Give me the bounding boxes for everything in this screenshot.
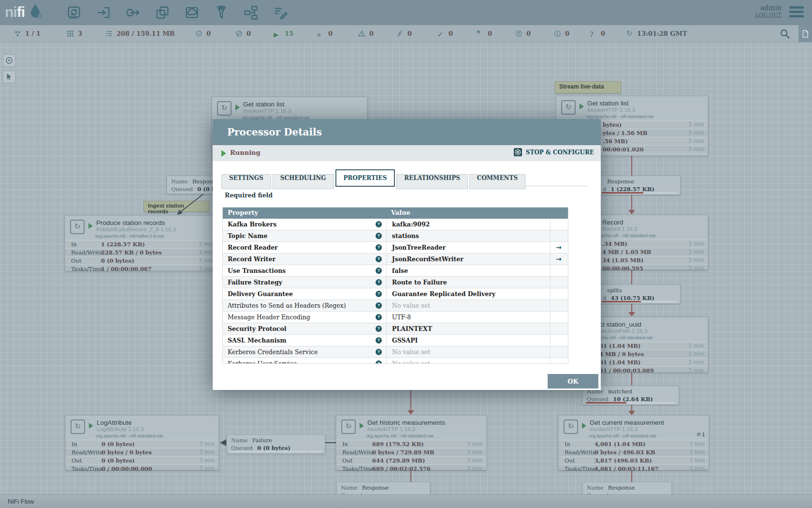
processor-chip-icon: ↻: [564, 419, 578, 434]
property-help-icon[interactable]: ?: [376, 221, 382, 227]
remote-process-group-toolbar-icon[interactable]: [184, 5, 200, 20]
stat-window: 5 min: [467, 449, 482, 455]
processor-name: Get station list: [243, 101, 285, 108]
property-help-icon[interactable]: ?: [376, 360, 382, 364]
property-help-icon[interactable]: ?: [376, 256, 382, 262]
ok-button[interactable]: OK: [548, 374, 598, 388]
property-help-icon[interactable]: ?: [376, 349, 382, 355]
stat-window: 5 min: [688, 240, 704, 247]
processor-bundle: org.apache.nifi - nifi-kafka-2-6-nar: [95, 233, 164, 239]
nav-cell: →: [550, 254, 568, 265]
property-help-icon[interactable]: ?: [376, 268, 382, 274]
connection-label-failure[interactable]: NameFailureQueued0 (0 bytes): [227, 434, 325, 454]
run-status-icon: [235, 105, 240, 110]
name-value: splits: [607, 287, 622, 294]
go-to-service-arrow-icon[interactable]: →: [556, 255, 562, 263]
canvas-label-stream-live-data[interactable]: Stream live-data: [555, 81, 621, 93]
tab-settings[interactable]: SETTINGS: [221, 174, 271, 189]
processor-name: Get station list: [587, 100, 629, 107]
property-row: Kerberos Credentials Service?No value se…: [223, 346, 568, 358]
stat-window: 5 min: [199, 249, 214, 255]
processor-bundle: ache.nifi - nifi-standard-nar: [601, 233, 656, 238]
processor-chip-icon: ↻: [561, 100, 576, 115]
processor-get-historic-measurements[interactable]: ↻Get historic measurementsInvokeHTTP 1.1…: [336, 415, 487, 470]
queue-size-track: [230, 451, 322, 452]
stat-window: 5 min: [688, 359, 704, 365]
processor-chip-icon: ↻: [341, 419, 356, 434]
connection-label-response-right[interactable]: Responsed1 (228.57 KB): [598, 176, 681, 195]
stat-row: Tasks/Time0 / 00:00:00.0005 min: [66, 464, 218, 473]
operate-palette-button[interactable]: [3, 71, 15, 83]
process-group-toolbar-icon[interactable]: [155, 5, 170, 20]
property-help-icon[interactable]: ?: [376, 337, 382, 344]
property-cell: Kerberos Credentials Service?: [223, 346, 387, 358]
property-row: Failure Strategy?Route to Failure: [223, 277, 568, 288]
output-port-toolbar-icon[interactable]: [125, 5, 141, 20]
tab-comments[interactable]: COMMENTS: [469, 174, 525, 189]
nav-cell: [550, 358, 568, 364]
name-label: Name: [341, 484, 358, 491]
property-help-icon[interactable]: ?: [376, 279, 382, 285]
template-toolbar-icon[interactable]: [243, 5, 259, 20]
property-value: JsonTreeReader: [392, 244, 446, 251]
label-toolbar-icon[interactable]: [273, 5, 288, 20]
property-cell: Kafka Brokers?: [223, 219, 387, 230]
value-cell: JsonTreeReader: [386, 242, 551, 253]
stat-label: Tasks/Time: [71, 266, 102, 272]
global-menu-button[interactable]: [789, 6, 804, 18]
navigate-palette-button[interactable]: [3, 54, 15, 67]
property-help-icon[interactable]: ?: [376, 302, 382, 309]
queued-label: d: [603, 186, 606, 193]
tab-relationships[interactable]: RELATIONSHIPS: [396, 174, 467, 189]
status-locally-modified-stale-count: 0: [565, 30, 569, 37]
queued-label: Queued: [587, 396, 609, 403]
stat-value: ytes / 1.56 MB: [603, 130, 647, 136]
cluster-icon: [14, 30, 21, 39]
refresh-icon[interactable]: ↻: [626, 30, 633, 37]
logout-link[interactable]: LOG OUT: [755, 12, 782, 18]
queued-value: 0 (0 bytes): [257, 445, 290, 451]
processor-toolbar-icon[interactable]: [66, 5, 82, 20]
property-name: Failure Strategy: [228, 279, 282, 286]
funnel-toolbar-icon[interactable]: [214, 5, 229, 20]
property-help-icon[interactable]: ?: [376, 244, 382, 251]
canvas-label-ingest-station-records[interactable]: Ingest station records: [144, 201, 209, 212]
property-row: Record Writer?JsonRecordSetWriter→: [223, 254, 568, 265]
nifi-drop-icon: [28, 3, 43, 20]
property-name: Attributes to Send as Headers (Regex): [228, 302, 346, 309]
status-locally-modified-count: 0: [488, 30, 492, 37]
nav-cell: [550, 300, 568, 311]
stat-label: Tasks/Time: [72, 465, 103, 472]
connection-label-splits[interactable]: splitsd43 (10.75 KB): [598, 284, 681, 304]
search-button[interactable]: [779, 28, 792, 41]
processor-stats: In1 (228.57 KB)5 minRead/Write228.57 KB …: [65, 240, 218, 271]
processor-produce-station-records[interactable]: ↻Produce station recordsPublishKafkaReco…: [65, 215, 218, 271]
property-help-icon[interactable]: ?: [376, 314, 382, 320]
property-name: Record Reader: [228, 244, 278, 251]
property-help-icon[interactable]: ?: [376, 233, 382, 239]
run-status-icon: [89, 423, 93, 429]
breadcrumb-root[interactable]: NiFi Flow: [8, 498, 34, 505]
property-help-icon[interactable]: ?: [376, 291, 382, 297]
stat-value: 34 (1.05 MB): [602, 257, 643, 264]
processor-get-current-measurement[interactable]: ↻Get current measurementInvokeHTTP 1.16.…: [558, 415, 709, 470]
stat-window: 5 min: [689, 449, 705, 455]
flow-status-bar: 1 / 13208 / 159.11 MB00▶15■000✓0*000?0 ↻…: [0, 25, 812, 43]
stat-label: In: [71, 241, 77, 248]
canvas-settings-button[interactable]: [798, 25, 812, 42]
property-help-icon[interactable]: ?: [376, 326, 382, 332]
stat-value: bytes): [603, 121, 622, 128]
status-sync-failure-count: 0: [601, 30, 605, 37]
go-to-service-arrow-icon[interactable]: →: [556, 243, 562, 251]
nav-cell: [550, 346, 568, 358]
input-port-toolbar-icon[interactable]: [96, 5, 111, 20]
tab-properties[interactable]: PROPERTIES: [335, 169, 395, 187]
stop-configure-button[interactable]: STOP & CONFIGURE: [514, 148, 594, 158]
processor-log-attribute[interactable]: ↻LogAttributeLogAttribute 1.16.3org.apac…: [65, 415, 219, 470]
queued-value: 1 (228.57 KB): [610, 186, 654, 193]
value-cell: Route to Failure: [386, 277, 551, 288]
name-label: Name: [231, 437, 248, 444]
queue-size-fill: [602, 301, 641, 302]
tab-scheduling[interactable]: SCHEDULING: [273, 174, 334, 189]
property-cell: SASL Mechanism?: [223, 335, 387, 346]
